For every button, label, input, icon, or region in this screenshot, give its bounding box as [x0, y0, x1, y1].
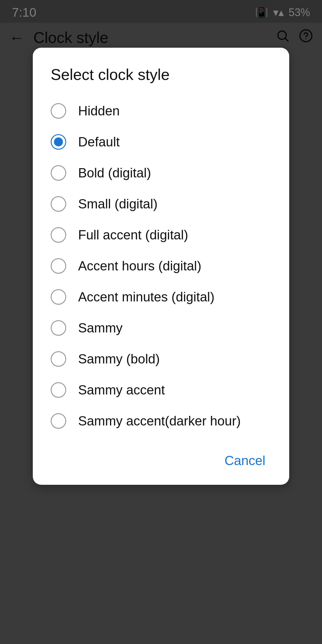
radio-circle-small-digital [51, 196, 66, 212]
radio-option-bold-digital[interactable]: Bold (digital) [51, 157, 271, 188]
radio-circle-sammy-accent [51, 382, 66, 398]
radio-label-sammy-bold: Sammy (bold) [78, 352, 160, 366]
radio-label-accent-hours-digital: Accent hours (digital) [78, 258, 201, 273]
radio-option-hidden[interactable]: Hidden [51, 95, 271, 126]
radio-label-sammy-accent-darker-hour: Sammy accent(darker hour) [78, 414, 241, 428]
radio-option-small-digital[interactable]: Small (digital) [51, 188, 271, 219]
dialog-actions: Cancel [51, 445, 271, 473]
radio-circle-accent-minutes-digital [51, 289, 66, 305]
radio-option-sammy-bold[interactable]: Sammy (bold) [51, 343, 271, 374]
radio-circle-sammy-bold [51, 351, 66, 367]
radio-label-bold-digital: Bold (digital) [78, 165, 151, 180]
radio-label-accent-minutes-digital: Accent minutes (digital) [78, 290, 214, 304]
radio-option-sammy-accent[interactable]: Sammy accent [51, 374, 271, 405]
radio-circle-bold-digital [51, 165, 66, 181]
radio-circle-accent-hours-digital [51, 258, 66, 274]
cancel-button[interactable]: Cancel [219, 448, 271, 473]
radio-option-accent-minutes-digital[interactable]: Accent minutes (digital) [51, 281, 271, 312]
radio-option-accent-hours-digital[interactable]: Accent hours (digital) [51, 250, 271, 281]
radio-circle-full-accent-digital [51, 227, 66, 243]
clock-style-options: HiddenDefaultBold (digital)Small (digita… [51, 95, 271, 436]
radio-circle-hidden [51, 103, 66, 119]
radio-label-hidden: Hidden [78, 103, 120, 118]
select-clock-style-dialog: Select clock style HiddenDefaultBold (di… [33, 48, 289, 485]
radio-option-default[interactable]: Default [51, 126, 271, 157]
radio-label-small-digital: Small (digital) [78, 196, 158, 211]
radio-label-default: Default [78, 134, 120, 149]
radio-circle-sammy-accent-darker-hour [51, 413, 66, 429]
radio-label-full-accent-digital: Full accent (digital) [78, 227, 188, 242]
radio-label-sammy-accent: Sammy accent [78, 383, 165, 397]
radio-option-full-accent-digital[interactable]: Full accent (digital) [51, 219, 271, 250]
radio-option-sammy-accent-darker-hour[interactable]: Sammy accent(darker hour) [51, 405, 271, 436]
radio-label-sammy: Sammy [78, 321, 123, 335]
radio-option-sammy[interactable]: Sammy [51, 312, 271, 343]
radio-circle-default [51, 134, 66, 150]
modal-overlay[interactable]: Select clock style HiddenDefaultBold (di… [0, 0, 322, 644]
radio-circle-sammy [51, 320, 66, 336]
dialog-title: Select clock style [51, 66, 271, 83]
